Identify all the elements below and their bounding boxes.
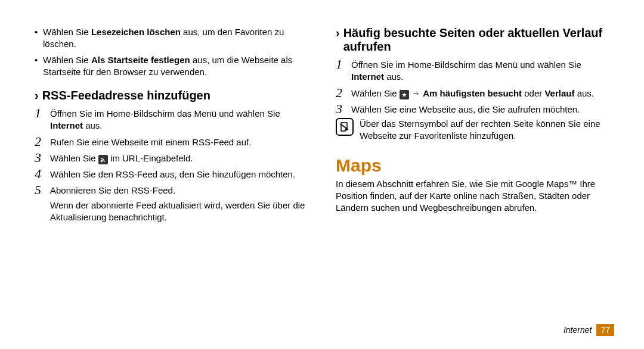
step-body: Wählen Sie den RSS-Feed aus, den Sie hin…: [50, 167, 313, 180]
note-text: Über das Sternsymbol auf der rechten Sei…: [360, 118, 614, 142]
step-3: 3 Wählen Sie im URL-Eingabefeld.: [35, 151, 313, 164]
bold-text: Internet: [50, 120, 83, 130]
page-columns: • Wählen Sie Lesezeichen löschen aus, um…: [35, 26, 614, 226]
bookmark-icon: [400, 90, 409, 99]
text: Wählen Sie: [351, 88, 400, 98]
footer-section-label: Internet: [564, 325, 592, 335]
text: Wenn der abonnierte Feed aktualisiert wi…: [50, 200, 313, 224]
chevron-icon: ›: [35, 89, 39, 102]
bold-text: Am häufigsten besucht: [423, 88, 522, 98]
step-1: 1 Öffnen Sie im Home-Bildschirm das Menü…: [336, 57, 614, 83]
text: aus.: [83, 120, 103, 130]
maps-body: In diesem Abschnitt erfahren Sie, wie Si…: [336, 178, 614, 214]
bold-text: Verlauf: [544, 88, 574, 98]
step-4: 4 Wählen Sie den RSS-Feed aus, den Sie h…: [35, 167, 313, 180]
note-block: Über das Sternsymbol auf der rechten Sei…: [336, 118, 614, 142]
bold-text: Internet: [351, 71, 384, 82]
bullet-dot: •: [35, 26, 43, 51]
text: Abonnieren Sie den RSS-Feed.: [50, 185, 313, 197]
section-heading-rss: › RSS-Feedadresse hinzufügen: [35, 89, 313, 102]
left-column: • Wählen Sie Lesezeichen löschen aus, um…: [35, 26, 313, 226]
bullet-item: • Wählen Sie Lesezeichen löschen aus, um…: [35, 26, 313, 51]
text: Wählen Sie: [43, 27, 91, 37]
right-column: › Häufig besuchte Seiten oder aktuellen …: [336, 26, 614, 226]
step-1: 1 Öffnen Sie im Home-Bildschirm das Menü…: [35, 106, 313, 132]
step-number: 3: [336, 102, 351, 116]
text: Wählen Sie: [50, 153, 98, 163]
footer-page-number: 77: [596, 324, 614, 336]
bold-text: Als Startseite festlegen: [91, 55, 190, 65]
step-5: 5 Abonnieren Sie den RSS-Feed. Wenn der …: [35, 183, 313, 223]
text: aus.: [574, 88, 594, 98]
rss-icon: [98, 155, 108, 164]
text: aus.: [384, 71, 404, 82]
bullet-text: Wählen Sie Als Startseite festlegen aus,…: [43, 54, 313, 79]
svg-point-0: [100, 161, 101, 162]
bullet-item: • Wählen Sie Als Startseite festlegen au…: [35, 54, 313, 79]
step-number: 4: [35, 167, 50, 180]
text: oder: [522, 88, 544, 98]
step-2: 2 Rufen Sie eine Webseite mit einem RSS-…: [35, 135, 313, 148]
bullet-text: Wählen Sie Lesezeichen löschen aus, um d…: [43, 26, 313, 51]
step-2: 2 Wählen Sie → Am häufigsten besucht ode…: [336, 86, 614, 99]
section-heading-history: › Häufig besuchte Seiten oder aktuellen …: [336, 26, 614, 54]
bold-text: Lesezeichen löschen: [91, 27, 181, 37]
step-body: Öffnen Sie im Home-Bildschirm das Menü u…: [351, 57, 614, 83]
step-number: 5: [35, 183, 50, 223]
text: →: [409, 88, 423, 98]
step-3: 3 Wählen Sie eine Webseite aus, die Sie …: [336, 102, 614, 116]
step-body: Wählen Sie eine Webseite aus, die Sie au…: [351, 102, 614, 116]
step-number: 3: [35, 151, 50, 164]
step-number: 1: [35, 106, 50, 132]
step-body: Öffnen Sie im Home-Bildschirm das Menü u…: [50, 106, 313, 132]
chevron-icon: ›: [336, 26, 340, 40]
page-footer: Internet 77: [564, 324, 614, 336]
bullet-dot: •: [35, 54, 43, 79]
step-body: Wählen Sie → Am häufigsten besucht oder …: [351, 86, 614, 99]
maps-heading: Maps: [336, 155, 614, 176]
step-body: Abonnieren Sie den RSS-Feed. Wenn der ab…: [50, 183, 313, 223]
text: Öffnen Sie im Home-Bildschirm das Menü u…: [351, 60, 581, 70]
step-body: Rufen Sie eine Webseite mit einem RSS-Fe…: [50, 135, 313, 148]
step-body: Wählen Sie im URL-Eingabefeld.: [50, 151, 313, 164]
text: im URL-Eingabefeld.: [108, 153, 193, 163]
note-icon: [336, 118, 354, 136]
text: Wählen Sie: [43, 55, 91, 65]
section-title: Häufig besuchte Seiten oder aktuellen Ve…: [343, 26, 614, 54]
section-title: RSS-Feedadresse hinzufügen: [42, 89, 210, 102]
step-number: 1: [336, 57, 351, 83]
step-number: 2: [35, 135, 50, 148]
text: Öffnen Sie im Home-Bildschirm das Menü u…: [50, 108, 280, 119]
step-number: 2: [336, 86, 351, 99]
